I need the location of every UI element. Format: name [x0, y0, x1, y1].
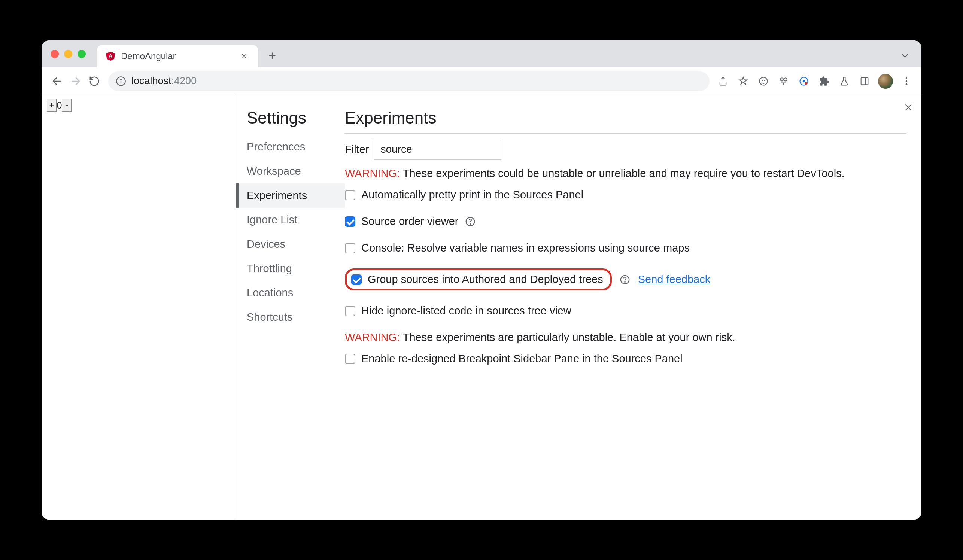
toolbar-icons	[714, 72, 916, 90]
exp-label: Source order viewer	[361, 215, 459, 228]
svg-point-9	[805, 82, 807, 84]
svg-rect-10	[861, 78, 868, 84]
tab-strip: DemoAngular	[42, 40, 921, 67]
experiment-row: Console: Resolve variable names in expre…	[345, 242, 906, 254]
tab-close-button[interactable]	[238, 50, 250, 62]
tab-overflow-button[interactable]	[896, 47, 914, 65]
checkbox-breakpoint-pane[interactable]	[345, 354, 355, 364]
checkbox-group-sources[interactable]	[351, 274, 362, 285]
settings-close-button[interactable]	[902, 101, 915, 114]
checkbox-hide-ignored[interactable]	[345, 306, 355, 316]
experiment-row: Enable re-designed Breakpoint Sidebar Pa…	[345, 353, 906, 365]
settings-main: Experiments Filter WARNING: These experi…	[345, 95, 921, 520]
checkbox-pretty-print[interactable]	[345, 190, 355, 200]
svg-point-5	[780, 78, 783, 81]
new-tab-button[interactable]	[263, 47, 281, 65]
experiment-row: Hide ignore-listed code in sources tree …	[345, 305, 906, 317]
svg-point-1	[120, 79, 122, 80]
warning-unstable: WARNING: These experiments could be unst…	[345, 167, 906, 180]
back-button[interactable]	[47, 72, 66, 91]
nav-throttling[interactable]: Throttling	[236, 256, 345, 281]
site-info-icon[interactable]	[116, 76, 126, 86]
browser-window: DemoAngular	[42, 40, 921, 520]
nav-shortcuts[interactable]: Shortcuts	[236, 305, 345, 329]
highlighted-experiment: Group sources into Authored and Deployed…	[345, 269, 612, 290]
filter-row: Filter	[345, 139, 906, 160]
checkbox-resolve-vars[interactable]	[345, 243, 355, 253]
counter-controls: + 0 -	[47, 99, 231, 112]
nav-locations[interactable]: Locations	[236, 281, 345, 305]
filter-input[interactable]	[374, 139, 501, 160]
filter-label: Filter	[345, 143, 369, 156]
help-icon[interactable]	[465, 216, 476, 227]
chrome-top: DemoAngular	[42, 40, 921, 95]
devtools-settings-panel: Settings Preferences Workspace Experimen…	[236, 95, 921, 520]
warning-prefix: WARNING:	[345, 167, 400, 179]
svg-point-8	[803, 80, 806, 83]
settings-sidebar: Settings Preferences Workspace Experimen…	[236, 95, 345, 520]
labs-icon[interactable]	[835, 72, 853, 90]
forward-button[interactable]	[66, 72, 85, 91]
exp-label: Enable re-designed Breakpoint Sidebar Pa…	[361, 353, 683, 365]
extension1-icon[interactable]	[754, 72, 772, 90]
nav-devices[interactable]: Devices	[236, 232, 345, 256]
tab-title: DemoAngular	[121, 51, 238, 62]
exp-label: Hide ignore-listed code in sources tree …	[361, 305, 571, 317]
svg-point-3	[762, 79, 763, 81]
url-text: localhost:4200	[131, 75, 196, 87]
decrement-button[interactable]: -	[62, 99, 71, 112]
address-bar[interactable]: localhost:4200	[108, 71, 710, 91]
reload-button[interactable]	[85, 72, 104, 91]
share-icon[interactable]	[714, 72, 732, 90]
warning-text: These experiments are particularly unsta…	[400, 331, 735, 343]
kebab-menu-icon[interactable]	[898, 72, 916, 90]
profile-avatar[interactable]	[878, 74, 893, 89]
page-content: + 0 -	[42, 95, 236, 520]
exp-label: Group sources into Authored and Deployed…	[368, 273, 603, 286]
browser-tab[interactable]: DemoAngular	[97, 45, 258, 67]
svg-point-2	[760, 77, 768, 85]
svg-point-18	[624, 282, 625, 283]
extension3-icon[interactable]	[795, 72, 813, 90]
experiment-row: Automatically pretty print in the Source…	[345, 189, 906, 201]
window-minimize-button[interactable]	[64, 50, 72, 58]
window-maximize-button[interactable]	[78, 50, 86, 58]
browser-toolbar: localhost:4200	[42, 67, 921, 95]
help-icon[interactable]	[619, 274, 631, 285]
warning-prefix: WARNING:	[345, 331, 400, 343]
settings-title: Settings	[236, 104, 345, 135]
nav-preferences[interactable]: Preferences	[236, 135, 345, 159]
content-area: + 0 - Settings Preferences Workspace Exp…	[42, 95, 921, 520]
exp-label: Console: Resolve variable names in expre…	[361, 242, 690, 254]
star-icon[interactable]	[734, 72, 752, 90]
checkbox-source-order[interactable]	[345, 216, 355, 227]
svg-point-12	[906, 77, 908, 79]
experiment-row: Source order viewer	[345, 215, 906, 228]
counter-value: 0	[57, 100, 62, 111]
window-close-button[interactable]	[50, 50, 59, 58]
extension2-icon[interactable]	[775, 72, 793, 90]
nav-workspace[interactable]: Workspace	[236, 159, 345, 183]
svg-point-6	[784, 78, 787, 81]
warning-very-unstable: WARNING: These experiments are particula…	[345, 331, 906, 344]
window-controls	[50, 50, 86, 58]
svg-point-13	[906, 80, 908, 82]
extensions-puzzle-icon[interactable]	[815, 72, 833, 90]
svg-point-16	[470, 223, 471, 225]
send-feedback-link[interactable]: Send feedback	[638, 273, 710, 286]
warning-text: These experiments could be unstable or u…	[400, 167, 845, 179]
exp-label: Automatically pretty print in the Source…	[361, 189, 584, 201]
experiments-title: Experiments	[345, 108, 906, 134]
svg-point-4	[764, 79, 766, 81]
svg-point-14	[906, 83, 908, 85]
nav-experiments[interactable]: Experiments	[236, 183, 345, 208]
increment-button[interactable]: +	[47, 99, 57, 112]
angular-favicon-icon	[105, 51, 116, 62]
nav-ignore-list[interactable]: Ignore List	[236, 208, 345, 232]
panel-icon[interactable]	[856, 72, 874, 90]
